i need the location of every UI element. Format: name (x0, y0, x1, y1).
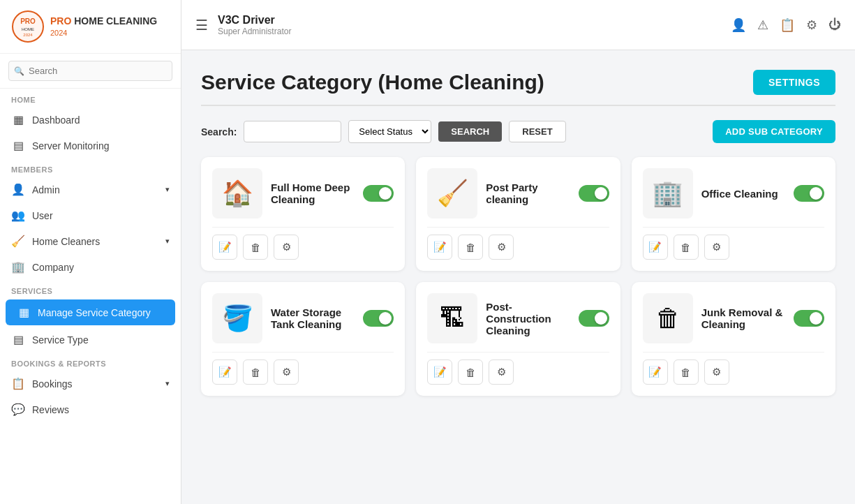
card-toggle-5[interactable] (579, 310, 609, 327)
sidebar-item-home-cleaners[interactable]: 🧹 Home Cleaners ▾ (0, 228, 181, 254)
card-name-2: Post Party cleaning (486, 181, 570, 205)
server-icon: ▤ (11, 139, 25, 152)
card-image-6: 🗑 (643, 293, 693, 343)
card-image-1: 🏠 (212, 168, 262, 218)
card-actions-6: 📝 🗑 ⚙ (643, 352, 824, 385)
card-top-4: 🪣 Water Storage Tank Cleaning (212, 293, 394, 343)
sidebar-item-reviews[interactable]: 💬 Reviews (0, 396, 181, 422)
card-name-5: Post-Construction Cleaning (486, 301, 570, 336)
sidebar-item-service-type[interactable]: ▤ Service Type (0, 327, 181, 353)
logo-home: HOME CLEANING (74, 15, 157, 27)
sidebar-item-manage-service-category[interactable]: ▦ Manage Service Category (6, 299, 175, 325)
search-bar: Search: Select Status Active Inactive SE… (201, 120, 835, 143)
gear-icon[interactable]: ⚙ (806, 17, 817, 33)
hierarchy-button-4[interactable]: ⚙ (274, 360, 299, 385)
card-top-2: 🧹 Post Party cleaning (427, 168, 609, 218)
sidebar-label-company: Company (32, 262, 170, 273)
chevron-down-icon: ▾ (165, 185, 170, 194)
topbar-title: V3C Driver Super Administrator (218, 14, 721, 36)
card-toggle-2[interactable] (579, 185, 609, 202)
delete-button-6[interactable]: 🗑 (674, 360, 699, 385)
service-card-1: 🏠 Full Home Deep Cleaning 📝 🗑 ⚙ (201, 157, 405, 271)
card-name-3: Office Cleaning (701, 188, 785, 200)
card-image-4: 🪣 (212, 293, 262, 343)
edit-button-2[interactable]: 📝 (427, 235, 452, 260)
profile-icon[interactable]: 👤 (731, 17, 746, 33)
svg-text:HOME: HOME (22, 27, 34, 31)
menu-icon[interactable]: ☰ (195, 17, 208, 34)
card-image-3: 🏢 (643, 168, 693, 218)
sidebar-item-user[interactable]: 👥 User (0, 202, 181, 228)
admin-icon: 👤 (11, 183, 25, 196)
page-title: Service Category (Home Cleaning) (201, 71, 544, 94)
card-name-1: Full Home Deep Cleaning (271, 181, 355, 205)
topbar-role: Super Administrator (218, 27, 721, 36)
edit-button-5[interactable]: 📝 (427, 360, 452, 385)
sidebar-item-server-monitoring[interactable]: ▤ Server Monitoring (0, 133, 181, 158)
delete-button-4[interactable]: 🗑 (243, 360, 268, 385)
sidebar-item-admin[interactable]: 👤 Admin ▾ (0, 177, 181, 202)
edit-button-6[interactable]: 📝 (643, 360, 668, 385)
bookings-icon: 📋 (11, 377, 25, 390)
sidebar-search-section: 🔍 (0, 54, 181, 89)
hierarchy-button-5[interactable]: ⚙ (489, 360, 514, 385)
dashboard-icon: ▦ (11, 113, 25, 126)
service-card-5: 🏗 Post-Construction Cleaning 📝 🗑 ⚙ (416, 282, 620, 396)
edit-button-1[interactable]: 📝 (212, 235, 237, 260)
alert-icon[interactable]: ⚠ (757, 17, 768, 33)
cards-grid: 🏠 Full Home Deep Cleaning 📝 🗑 ⚙ 🧹 Post P… (201, 157, 835, 396)
service-card-6: 🗑 Junk Removal & Cleaning 📝 🗑 ⚙ (632, 282, 835, 396)
delete-button-1[interactable]: 🗑 (243, 235, 268, 260)
sidebar-label-reviews: Reviews (32, 404, 170, 415)
edit-button-3[interactable]: 📝 (643, 235, 668, 260)
delete-button-5[interactable]: 🗑 (458, 360, 483, 385)
page-header: Service Category (Home Cleaning) SETTING… (201, 70, 835, 106)
sidebar-label-user: User (32, 210, 170, 221)
card-toggle-4[interactable] (363, 310, 394, 327)
card-image-2: 🧹 (427, 168, 477, 218)
service-card-4: 🪣 Water Storage Tank Cleaning 📝 🗑 ⚙ (201, 282, 405, 396)
delete-button-2[interactable]: 🗑 (458, 235, 483, 260)
hierarchy-button-2[interactable]: ⚙ (489, 235, 514, 260)
add-sub-category-button[interactable]: ADD SUB CATEGORY (713, 120, 835, 143)
hierarchy-button-6[interactable]: ⚙ (704, 360, 729, 385)
card-toggle-6[interactable] (794, 310, 824, 327)
notes-icon[interactable]: 📋 (780, 17, 795, 33)
sidebar-search-input[interactable] (8, 61, 172, 81)
service-card-2: 🧹 Post Party cleaning 📝 🗑 ⚙ (416, 157, 620, 271)
chevron-down-icon-2: ▾ (165, 237, 170, 246)
sidebar-logo: PRO HOME 2024 PRO HOME CLEANING 2024 (0, 0, 181, 54)
nav-section-members: MEMBERS (0, 158, 181, 177)
topbar-app-name: V3C Driver (218, 14, 721, 27)
search-input[interactable] (244, 121, 341, 142)
service-card-3: 🏢 Office Cleaning 📝 🗑 ⚙ (632, 157, 835, 271)
reset-button[interactable]: RESET (509, 121, 565, 142)
sidebar-item-bookings[interactable]: 📋 Bookings ▾ (0, 371, 181, 396)
power-icon[interactable]: ⏻ (828, 17, 841, 32)
sidebar-item-company[interactable]: 🏢 Company (0, 254, 181, 280)
content-area: Service Category (Home Cleaning) SETTING… (181, 50, 855, 504)
card-name-6: Junk Removal & Cleaning (701, 306, 785, 330)
hierarchy-button-1[interactable]: ⚙ (274, 235, 299, 260)
hierarchy-button-3[interactable]: ⚙ (704, 235, 729, 260)
sidebar-label-bookings: Bookings (32, 378, 158, 390)
search-button[interactable]: SEARCH (438, 121, 502, 142)
sidebar: PRO HOME 2024 PRO HOME CLEANING 2024 🔍 H… (0, 0, 181, 504)
edit-button-4[interactable]: 📝 (212, 360, 237, 385)
svg-point-0 (13, 11, 43, 42)
logo-pro: PRO (50, 15, 71, 27)
card-toggle-1[interactable] (363, 185, 394, 202)
svg-text:PRO: PRO (20, 17, 36, 25)
delete-button-3[interactable]: 🗑 (674, 235, 699, 260)
card-actions-2: 📝 🗑 ⚙ (427, 227, 609, 260)
logo-image: PRO HOME 2024 (11, 10, 45, 43)
card-toggle-3[interactable] (794, 185, 824, 202)
search-label: Search: (201, 126, 237, 138)
nav-section-home: HOME (0, 89, 181, 107)
status-select[interactable]: Select Status Active Inactive (348, 120, 431, 143)
search-icon: 🔍 (14, 66, 24, 76)
svg-text:2024: 2024 (23, 33, 33, 37)
settings-button[interactable]: SETTINGS (753, 70, 835, 95)
sidebar-item-dashboard[interactable]: ▦ Dashboard (0, 107, 181, 133)
card-top-6: 🗑 Junk Removal & Cleaning (643, 293, 824, 343)
